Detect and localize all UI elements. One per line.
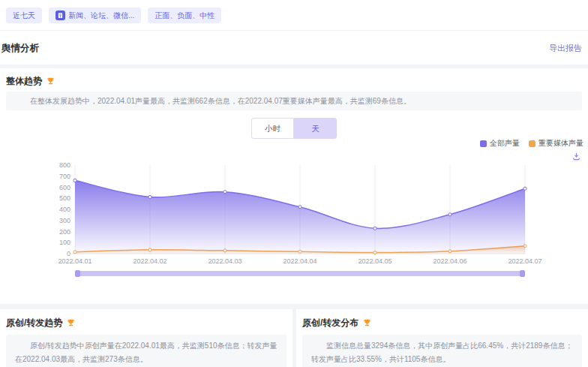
overall-trend-card: 整体趋势 在整体发展趋势中，2022.04.01声量最高，共监测662条信息，在… — [0, 68, 588, 304]
svg-text:300: 300 — [59, 217, 70, 224]
trophy-icon — [362, 318, 372, 328]
filter-sentiment[interactable]: 正面、负面、中性 — [148, 8, 221, 23]
svg-text:200: 200 — [59, 228, 70, 236]
trend-chart-svg: 01002003004005006007008002022.04.012022.… — [0, 146, 588, 274]
page-title: 舆情分析 — [2, 42, 39, 55]
svg-text:2022.04.01: 2022.04.01 — [58, 257, 92, 265]
toggle-hour-button[interactable]: 小时 — [251, 118, 294, 139]
svg-text:0: 0 — [67, 250, 70, 257]
original-repost-distribution-title-row: 原创/转发分布 — [302, 317, 372, 329]
svg-text:800: 800 — [59, 161, 70, 169]
original-repost-trend-card: 原创/转发趋势 原创/转发趋势中原创声量在2022.04.01最高，共监测510… — [0, 309, 292, 367]
trend-chart: 01002003004005006007008002022.04.012022.… — [0, 146, 588, 274]
svg-text:2022.04.02: 2022.04.02 — [133, 257, 166, 265]
filter-date-range-label: 近七天 — [13, 11, 35, 21]
trophy-icon — [66, 318, 76, 328]
svg-text:2022.04.07: 2022.04.07 — [508, 257, 542, 265]
svg-text:700: 700 — [59, 173, 70, 180]
toggle-day-button[interactable]: 天 — [294, 118, 337, 139]
svg-text:400: 400 — [59, 206, 70, 213]
export-report-link[interactable]: 导出报告 — [549, 43, 582, 54]
svg-text:2022.04.03: 2022.04.03 — [208, 257, 242, 265]
original-repost-trend-title: 原创/转发趋势 — [6, 317, 62, 329]
svg-text:500: 500 — [59, 194, 70, 202]
section-header: 舆情分析 导出报告 — [0, 31, 588, 65]
original-repost-trend-title-row: 原创/转发趋势 — [6, 317, 76, 329]
filter-sources[interactable]: 新闻、论坛、微信... — [49, 8, 141, 23]
chart-zoom-slider[interactable] — [75, 271, 525, 276]
granularity-toggle: 小时 天 — [251, 118, 337, 139]
overall-trend-summary: 在整体发展趋势中，2022.04.01声量最高，共监测662条信息，在2022.… — [6, 92, 582, 110]
svg-text:2022.04.06: 2022.04.06 — [433, 257, 466, 265]
original-repost-trend-summary: 原创/转发趋势中原创声量在2022.04.01最高，共监测510条信息；转发声量… — [6, 335, 286, 367]
svg-text:2022.04.05: 2022.04.05 — [358, 257, 392, 265]
filter-sentiment-label: 正面、负面、中性 — [154, 11, 214, 21]
svg-text:600: 600 — [59, 184, 70, 191]
sources-icon — [56, 11, 65, 20]
zoom-handle-left[interactable] — [75, 270, 80, 277]
zoom-handle-right[interactable] — [520, 270, 525, 277]
svg-text:100: 100 — [59, 239, 70, 246]
filter-date-range[interactable]: 近七天 — [6, 8, 42, 23]
filter-chips: 近七天 新闻、论坛、微信... 正面、负面、中性 — [6, 8, 221, 23]
overall-trend-title-row: 整体趋势 — [6, 75, 56, 88]
original-repost-distribution-card: 原创/转发分布 监测信息总量3294条信息，其中原创声量占比66.45%，共计2… — [296, 309, 588, 367]
overall-trend-title: 整体趋势 — [6, 75, 42, 88]
svg-text:2022.04.04: 2022.04.04 — [283, 257, 316, 265]
trophy-icon — [46, 77, 56, 86]
filter-sources-label: 新闻、论坛、微信... — [68, 11, 134, 21]
filter-toolbar: 近七天 新闻、论坛、微信... 正面、负面、中性 — [0, 0, 588, 31]
original-repost-distribution-title: 原创/转发分布 — [302, 317, 358, 329]
original-repost-distribution-summary: 监测信息总量3294条信息，其中原创声量占比66.45%，共计2189条信息；转… — [302, 335, 582, 367]
